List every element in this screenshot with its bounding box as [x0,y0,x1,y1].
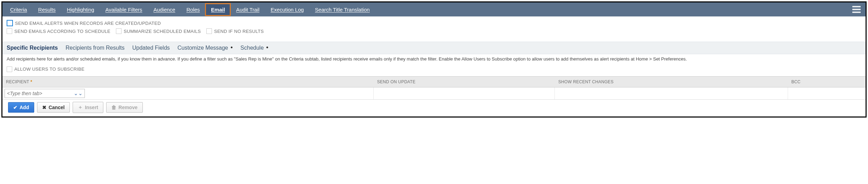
summarize-option[interactable]: SUMMARIZE SCHEDULED EMAILS [116,28,201,34]
remove-button[interactable]: 🗑 Remove [106,102,142,113]
recipient-combobox[interactable]: ⌄⌄ [5,89,85,98]
subtab-schedule[interactable]: Schedule • [241,45,269,51]
cell-bcc[interactable] [788,87,866,99]
insert-label: Insert [85,105,98,110]
send-schedule-label: SEND EMAILS ACCORDING TO SCHEDULE [14,29,110,34]
required-star-icon: * [30,79,32,84]
subtab-updated-fields[interactable]: Updated Fields [132,45,170,51]
send-alerts-option[interactable]: SEND EMAIL ALERTS WHEN RECORDS ARE CREAT… [7,20,161,26]
checkbox-icon[interactable] [206,28,212,34]
allow-subscribe-option[interactable]: ALLOW USERS TO SUBSCRIBE [7,66,861,72]
col-header-recipient: RECIPIENT * [2,77,374,87]
send-if-no-results-label: SEND IF NO RESULTS [214,29,264,34]
add-button[interactable]: ✔ Add [8,102,34,113]
col-header-send-on-update: SEND ON UPDATE [374,77,555,87]
tab-audience[interactable]: Audience [148,3,181,16]
close-icon: ✖ [42,105,46,110]
tab-results[interactable]: Results [32,3,61,16]
top-nav-bar: Criteria Results Highlighting Available … [2,2,866,16]
tab-highlighting[interactable]: Highlighting [61,3,100,16]
row-actions: ✔ Add ✖ Cancel ＋ Insert 🗑 Remove [5,100,866,116]
cancel-button[interactable]: ✖ Cancel [37,102,70,113]
recipient-input[interactable] [5,89,85,98]
summarize-label: SUMMARIZE SCHEDULED EMAILS [124,29,201,34]
send-if-no-results-option[interactable]: SEND IF NO RESULTS [206,28,264,34]
col-header-bcc: BCC [788,77,866,87]
tab-search-title-translation[interactable]: Search Title Translation [309,3,375,16]
subtab-label: Customize Message [177,45,228,51]
insert-button[interactable]: ＋ Insert [73,102,103,113]
tab-email[interactable]: Email [205,3,230,16]
cancel-label: Cancel [49,105,65,110]
tab-execution-log[interactable]: Execution Log [265,3,309,16]
checkbox-icon[interactable] [7,66,12,72]
menu-icon[interactable] [852,6,861,13]
check-icon: ✔ [13,105,17,110]
subtab-specific-recipients[interactable]: Specific Recipients [7,45,58,51]
cell-show-recent-changes[interactable] [555,87,788,99]
send-schedule-option[interactable]: SEND EMAILS ACCORDING TO SCHEDULE [7,28,110,34]
email-options: SEND EMAIL ALERTS WHEN RECORDS ARE CREAT… [2,16,866,42]
checkbox-icon[interactable] [116,28,122,34]
table-row: ⌄⌄ [2,87,866,100]
send-alerts-label: SEND EMAIL ALERTS WHEN RECORDS ARE CREAT… [15,21,161,26]
add-label: Add [20,105,29,110]
remove-label: Remove [118,105,137,110]
checkbox-icon[interactable] [7,20,13,26]
tab-criteria[interactable]: Criteria [5,3,32,16]
col-header-show-recent-changes: SHOW RECENT CHANGES [555,77,788,87]
subtab-recipients-from-results[interactable]: Recipients from Results [66,45,125,51]
checkbox-icon[interactable] [7,28,12,34]
subtab-customize-message[interactable]: Customize Message • [177,45,233,51]
tab-available-filters[interactable]: Available Filters [100,3,148,16]
cell-send-on-update[interactable] [374,87,555,99]
dot-indicator-icon: • [264,44,268,51]
recipients-table-header: RECIPIENT * SEND ON UPDATE SHOW RECENT C… [2,76,866,87]
help-text: Add recipients here for alerts and/or sc… [2,54,866,66]
allow-subscribe-label: ALLOW USERS TO SUBSCRIBE [14,66,84,72]
plus-icon: ＋ [78,104,83,111]
dot-indicator-icon: • [229,44,233,51]
tab-audit-trail[interactable]: Audit Trail [230,3,265,16]
recipient-header-label: RECIPIENT [6,79,29,84]
tab-roles[interactable]: Roles [181,3,205,16]
email-subtabs: Specific Recipients Recipients from Resu… [2,42,866,54]
trash-icon: 🗑 [111,105,116,110]
subtab-label: Schedule [241,45,264,51]
